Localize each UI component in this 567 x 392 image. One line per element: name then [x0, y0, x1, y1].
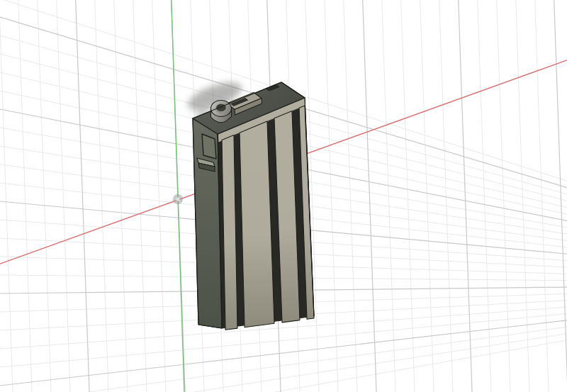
- scene-svg: [0, 0, 567, 392]
- origin-inner-dot: [176, 197, 179, 201]
- cad-viewport-canvas[interactable]: [0, 0, 567, 392]
- model-3d-part[interactable]: [193, 82, 314, 330]
- origin-marker[interactable]: [173, 194, 183, 204]
